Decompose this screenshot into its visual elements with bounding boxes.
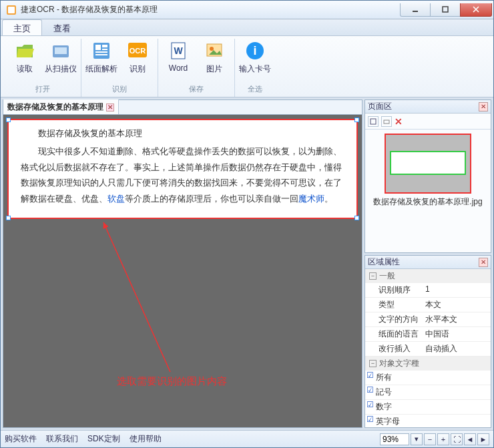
- pager-toolbar: ✕: [365, 114, 491, 130]
- ocr-label: 识别: [130, 63, 146, 75]
- panel-close-icon[interactable]: ✕: [479, 102, 488, 111]
- status-sdk-link[interactable]: SDK定制: [87, 433, 120, 445]
- minimize-button[interactable]: [400, 3, 431, 17]
- collapse-icon[interactable]: −: [369, 360, 377, 367]
- list-view-icon[interactable]: [381, 116, 392, 127]
- svg-rect-11: [95, 54, 107, 55]
- resize-handle[interactable]: [6, 118, 11, 122]
- close-button[interactable]: [460, 3, 492, 17]
- svg-rect-3: [443, 7, 448, 12]
- prop-value[interactable]: 水平本文: [423, 312, 491, 326]
- document-canvas[interactable]: 数据存储及恢复的基本原理 现实中很多人不知道删除、格式化等硬盘操作丢失的数据可以…: [3, 114, 362, 428]
- resize-handle[interactable]: [354, 216, 359, 220]
- maximize-button[interactable]: [430, 3, 461, 17]
- prop-key: 数字: [375, 400, 432, 414]
- svg-rect-1: [8, 7, 15, 13]
- window-title: 捷速OCR - 数据存储及恢复的基本原理: [21, 4, 401, 15]
- read-button[interactable]: 读取: [9, 39, 41, 83]
- ocr-icon: OCR: [127, 40, 148, 61]
- pager-panel-header: 页面区 ✕: [365, 100, 491, 114]
- tab-view[interactable]: 查看: [42, 19, 82, 35]
- svg-line-20: [103, 222, 170, 372]
- card-button[interactable]: i 输入卡号: [239, 39, 271, 83]
- ocr-region[interactable]: 数据存储及恢复的基本原理 现实中很多人不知道删除、格式化等硬盘操作丢失的数据可以…: [7, 119, 358, 219]
- group-select-label: 全选: [248, 84, 262, 94]
- link-softdisk[interactable]: 软盘: [107, 194, 125, 204]
- link-magician[interactable]: 魔术师: [298, 194, 324, 204]
- zoom-input[interactable]: [380, 433, 409, 445]
- zoom-in-button[interactable]: +: [437, 433, 449, 445]
- document-tab[interactable]: 数据存储及恢复的基本原理 ✕: [3, 99, 119, 115]
- group-recog-label: 识别: [112, 84, 127, 94]
- svg-rect-8: [102, 45, 107, 47]
- prop-value[interactable]: 1: [423, 283, 491, 297]
- prop-category[interactable]: −对象文字種: [365, 357, 491, 371]
- parse-label: 纸面解析: [85, 63, 117, 75]
- panel-close-icon[interactable]: ✕: [479, 258, 488, 267]
- parse-button[interactable]: 纸面解析: [85, 39, 117, 83]
- zoom-out-button[interactable]: −: [424, 433, 436, 445]
- prop-value[interactable]: 本文: [423, 298, 491, 312]
- word-label: Word: [169, 63, 188, 73]
- property-grid[interactable]: −一般 识别顺序1 类型本文 文字的方向水平本文 纸面的语言中国语 改行插入自动…: [365, 269, 491, 427]
- status-contact-link[interactable]: 联系我们: [46, 433, 78, 445]
- thumb-view-icon[interactable]: [368, 116, 379, 127]
- prop-key: 記号: [375, 385, 432, 399]
- svg-text:W: W: [174, 45, 183, 56]
- tab-close-icon[interactable]: ✕: [106, 103, 114, 111]
- props-title: 区域属性: [368, 256, 400, 268]
- document-tab-title: 数据存储及恢复的基本原理: [7, 101, 103, 113]
- checkbox[interactable]: ☑: [365, 415, 375, 427]
- image-icon: [204, 40, 225, 61]
- scanner-button[interactable]: 从扫描仪: [45, 39, 77, 83]
- thumbnail-region: [390, 151, 466, 175]
- page-title: 数据存储及恢复的基本原理: [21, 126, 344, 141]
- checkbox[interactable]: ☑: [365, 400, 375, 414]
- prop-value[interactable]: 自动插入: [423, 342, 491, 356]
- image-button[interactable]: 图片: [198, 39, 230, 83]
- thumbnail-label: 数据存储及恢复的基本原理.jpg: [373, 196, 482, 208]
- zoom-fit-button[interactable]: ⛶: [451, 433, 463, 445]
- scanner-icon: [50, 40, 71, 61]
- prop-category[interactable]: −一般: [365, 269, 491, 283]
- image-label: 图片: [206, 63, 222, 75]
- annotation-text: 选取需要识别的图片内容: [117, 375, 227, 388]
- prop-key: 类型: [365, 298, 423, 312]
- svg-rect-21: [370, 119, 376, 124]
- ocr-button[interactable]: OCR 识别: [121, 39, 154, 83]
- prop-value[interactable]: 中国语: [423, 327, 491, 341]
- next-page-button[interactable]: ►: [477, 433, 489, 445]
- svg-rect-7: [95, 45, 101, 50]
- word-button[interactable]: W Word: [162, 39, 194, 83]
- app-icon: [6, 5, 17, 15]
- svg-text:OCR: OCR: [130, 47, 146, 55]
- ribbon-tabbar: 主页 查看: [1, 19, 493, 36]
- svg-rect-10: [95, 51, 107, 53]
- page-thumbnail[interactable]: [385, 134, 471, 194]
- collapse-icon[interactable]: −: [369, 272, 377, 280]
- page-text: 数据存储及恢复的基本原理 现实中很多人不知道删除、格式化等硬盘操作丢失的数据可以…: [9, 120, 356, 212]
- group-save-label: 保存: [189, 84, 204, 94]
- prop-key: 英字母: [375, 415, 432, 427]
- document-tabbar: 数据存储及恢复的基本原理 ✕: [3, 99, 362, 114]
- resize-handle[interactable]: [6, 216, 11, 220]
- svg-rect-5: [55, 47, 67, 54]
- page-paragraph: 现实中很多人不知道删除、格式化等硬盘操作丢失的数据可以恢复，以为删除、格式化以后…: [21, 144, 344, 206]
- status-buy-link[interactable]: 购买软件: [5, 433, 37, 445]
- checkbox[interactable]: ☑: [365, 371, 375, 385]
- pager-title: 页面区: [368, 101, 392, 112]
- svg-rect-2: [413, 11, 418, 12]
- checkbox[interactable]: ☑: [365, 385, 375, 399]
- prev-page-button[interactable]: ◄: [464, 433, 476, 445]
- svg-rect-22: [384, 120, 389, 124]
- delete-page-icon[interactable]: ✕: [395, 116, 403, 127]
- titlebar: 捷速OCR - 数据存储及恢复的基本原理: [1, 1, 493, 19]
- tab-main[interactable]: 主页: [2, 19, 42, 35]
- layout-icon: [91, 40, 112, 61]
- resize-handle[interactable]: [354, 118, 359, 122]
- prop-key: 所有: [375, 371, 432, 385]
- zoom-dropdown-icon[interactable]: ▾: [411, 433, 423, 445]
- read-label: 读取: [17, 63, 33, 75]
- svg-point-17: [210, 47, 214, 51]
- status-help-link[interactable]: 使用帮助: [130, 433, 162, 445]
